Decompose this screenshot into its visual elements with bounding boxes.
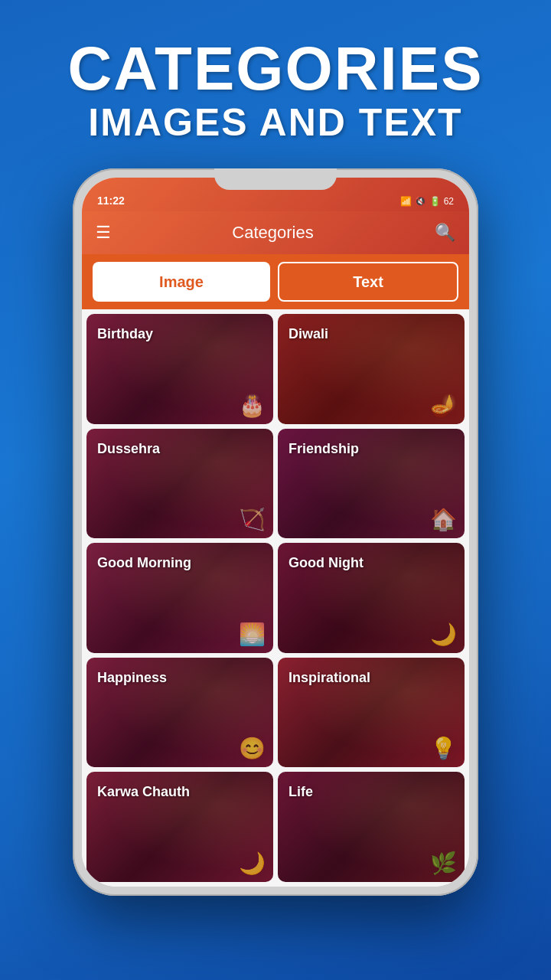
category-name-dussehra: Dussehra xyxy=(97,441,262,457)
battery-icon: 🔋 xyxy=(429,196,441,207)
app-bar: ☰ Categories 🔍 xyxy=(82,211,469,254)
signal-icon: 📶 xyxy=(400,196,412,207)
category-icon-karwa-chauth: 🌙 xyxy=(239,851,266,876)
category-name-good-night: Good Night xyxy=(289,555,454,571)
page-header: CATEGORIES IMAGES AND TEXT xyxy=(52,0,498,168)
category-card-diwali[interactable]: Diwali🪔 xyxy=(278,314,465,424)
category-icon-good-morning: 🌅 xyxy=(239,622,266,647)
category-name-life: Life xyxy=(289,784,454,800)
app-bar-title: Categories xyxy=(232,223,313,243)
menu-icon[interactable]: ☰ xyxy=(96,223,111,243)
category-card-happiness[interactable]: Happiness😊 xyxy=(86,658,273,768)
category-name-inspirational: Inspirational xyxy=(289,670,454,686)
category-icon-good-night: 🌙 xyxy=(430,622,457,647)
battery-level: 62 xyxy=(444,196,454,207)
category-name-friendship: Friendship xyxy=(289,441,454,457)
tab-image[interactable]: Image xyxy=(93,262,270,302)
status-time: 11:22 xyxy=(97,194,125,207)
phone-screen: 11:22 📶 🔇 🔋 62 ☰ Categories 🔍 Image Text… xyxy=(82,178,469,887)
search-icon[interactable]: 🔍 xyxy=(435,223,455,243)
category-card-life[interactable]: Life🌿 xyxy=(278,772,465,882)
tab-text[interactable]: Text xyxy=(278,262,458,302)
category-name-karwa-chauth: Karwa Chauth xyxy=(97,784,262,800)
category-card-friendship[interactable]: Friendship🏠 xyxy=(278,429,465,539)
category-card-good-morning[interactable]: Good Morning🌅 xyxy=(86,543,273,653)
phone-notch xyxy=(214,168,337,190)
category-card-karwa-chauth[interactable]: Karwa Chauth🌙 xyxy=(86,772,273,882)
category-icon-inspirational: 💡 xyxy=(430,736,457,761)
category-icon-dussehra: 🏹 xyxy=(239,507,266,532)
category-card-dussehra[interactable]: Dussehra🏹 xyxy=(86,429,273,539)
category-name-good-morning: Good Morning xyxy=(97,555,262,571)
phone-frame: 11:22 📶 🔇 🔋 62 ☰ Categories 🔍 Image Text… xyxy=(73,168,478,896)
category-name-diwali: Diwali xyxy=(289,326,454,342)
category-grid: Birthday🎂Diwali🪔Dussehra🏹Friendship🏠Good… xyxy=(82,309,469,887)
category-name-happiness: Happiness xyxy=(97,670,262,686)
tab-bar: Image Text xyxy=(82,254,469,309)
category-icon-birthday: 🎂 xyxy=(239,393,266,418)
category-card-inspirational[interactable]: Inspirational💡 xyxy=(278,658,465,768)
category-icon-life: 🌿 xyxy=(430,851,457,876)
category-icon-happiness: 😊 xyxy=(239,736,266,761)
category-icon-friendship: 🏠 xyxy=(430,507,457,532)
mute-icon: 🔇 xyxy=(415,196,426,207)
page-title: CATEGORIES xyxy=(67,38,483,100)
status-icons: 📶 🔇 🔋 62 xyxy=(400,196,454,207)
category-card-birthday[interactable]: Birthday🎂 xyxy=(86,314,273,424)
page-subtitle: IMAGES AND TEXT xyxy=(67,100,483,145)
category-name-birthday: Birthday xyxy=(97,326,262,342)
category-icon-diwali: 🪔 xyxy=(430,393,457,418)
category-card-good-night[interactable]: Good Night🌙 xyxy=(278,543,465,653)
